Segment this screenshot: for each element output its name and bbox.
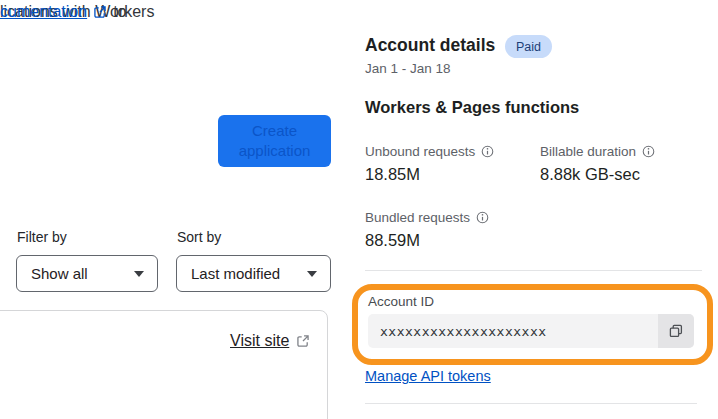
- sort-by-label: Sort by: [177, 229, 221, 245]
- intro-text-line2: cumentation to: [0, 0, 127, 24]
- info-icon[interactable]: [642, 145, 655, 158]
- intro-text-after-link: to: [113, 0, 126, 24]
- account-id-label: Account ID: [368, 294, 434, 309]
- external-link-icon: [93, 5, 107, 19]
- billable-duration-value: 8.88k GB-sec: [540, 165, 640, 184]
- documentation-link[interactable]: cumentation: [0, 0, 87, 24]
- info-icon[interactable]: [481, 145, 494, 158]
- paid-status-badge: Paid: [505, 35, 552, 58]
- account-id-input[interactable]: [368, 314, 694, 348]
- dashboard-page: lications with Workers cumentation to Cr…: [0, 0, 718, 419]
- divider: [365, 270, 702, 271]
- sort-select-value: Last modified: [191, 265, 280, 282]
- billing-date-range: Jan 1 - Jan 18: [365, 61, 451, 76]
- chevron-down-icon: [307, 271, 317, 277]
- divider: [365, 403, 697, 404]
- filter-select-value: Show all: [31, 265, 88, 282]
- unbound-requests-label: Unbound requests: [365, 144, 494, 159]
- create-application-button[interactable]: Create application: [218, 115, 331, 167]
- sort-select[interactable]: Last modified: [176, 255, 331, 292]
- unbound-requests-value: 18.85M: [365, 165, 420, 184]
- workers-pages-section-title: Workers & Pages functions: [365, 98, 579, 117]
- bundled-requests-value: 88.59M: [365, 231, 420, 250]
- info-icon[interactable]: [476, 211, 489, 224]
- manage-api-tokens-link[interactable]: Manage API tokens: [365, 368, 491, 384]
- bundled-requests-label: Bundled requests: [365, 210, 489, 225]
- site-card: [0, 310, 328, 419]
- visit-site-link[interactable]: Visit site: [230, 332, 289, 350]
- filter-select[interactable]: Show all: [16, 255, 158, 292]
- billable-duration-label: Billable duration: [540, 144, 655, 159]
- chevron-down-icon: [134, 271, 144, 277]
- account-details-title: Account details: [365, 35, 495, 56]
- visit-site-row: Visit site: [230, 332, 310, 350]
- copy-icon: [668, 323, 684, 339]
- external-link-icon: [296, 334, 310, 348]
- filter-by-label: Filter by: [17, 229, 67, 245]
- copy-account-id-button[interactable]: [658, 314, 694, 348]
